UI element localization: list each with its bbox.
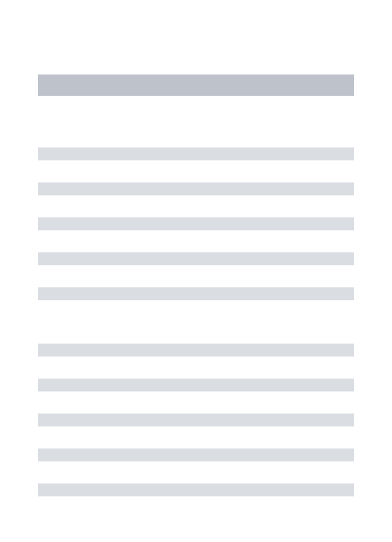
section-gap	[38, 322, 354, 344]
skeleton-section-2	[38, 344, 354, 496]
skeleton-line	[38, 147, 354, 160]
skeleton-line	[38, 448, 354, 461]
skeleton-line	[38, 483, 354, 496]
skeleton-section-1	[38, 147, 354, 300]
skeleton-line	[38, 414, 354, 426]
skeleton-line	[38, 252, 354, 265]
skeleton-line	[38, 217, 354, 230]
skeleton-line	[38, 379, 354, 391]
skeleton-header	[38, 74, 354, 96]
skeleton-line	[38, 344, 354, 357]
skeleton-line	[38, 182, 354, 195]
skeleton-line	[38, 287, 354, 300]
